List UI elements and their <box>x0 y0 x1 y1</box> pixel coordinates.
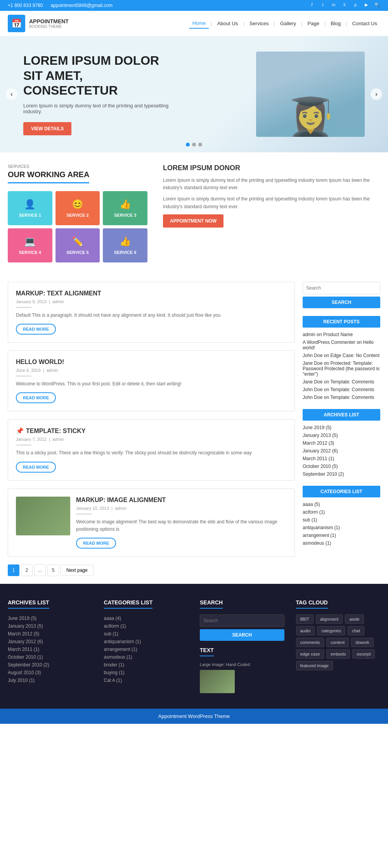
hero-dot-1[interactable] <box>186 143 190 147</box>
cat-aaaa[interactable]: aaaa (5) <box>303 500 380 508</box>
footer-search-button[interactable]: SEARCH <box>200 629 284 641</box>
page-btn-5[interactable]: 5 <box>47 564 59 576</box>
fw-archive-5[interactable]: March 2011 (1) <box>8 645 92 653</box>
tag-categories[interactable]: categories <box>317 626 345 635</box>
tag-chat[interactable]: chat <box>348 626 364 635</box>
logo[interactable]: 📅 APPOINTMENT BOOKING THEME <box>8 15 69 32</box>
archive-sep10[interactable]: September 2010 (2) <box>303 470 380 478</box>
service-card-3[interactable]: 👍 SERVICE 3 <box>103 191 147 225</box>
tag-aside[interactable]: aside <box>345 614 364 624</box>
fw-archive-7[interactable]: September 2010 (2) <box>8 661 92 669</box>
service-card-6[interactable]: 👍 SERVICE 6 <box>103 228 147 262</box>
archive-mar12[interactable]: March 2012 (3) <box>303 439 380 447</box>
cat-arrangement[interactable]: arrangement (1) <box>303 531 380 539</box>
tag-edge-case[interactable]: edge case <box>296 649 324 659</box>
post-title-3: 📌TEMPLATE: STICKY <box>16 427 287 435</box>
fw-archive-9[interactable]: July 2010 (1) <box>8 676 92 684</box>
service-card-5[interactable]: ✏️ SERVICE 5 <box>55 228 100 262</box>
fw-archive-2[interactable]: January 2013 (5) <box>8 622 92 630</box>
fw-archive-4[interactable]: January 2012 (6) <box>8 638 92 645</box>
hero-next-button[interactable]: › <box>371 88 382 100</box>
tag-featured-image[interactable]: featured image <box>296 661 333 670</box>
sidebar-search-input[interactable] <box>303 282 380 294</box>
nav-gallery[interactable]: Gallery <box>277 19 299 28</box>
fw-cat-asmodeus[interactable]: asmodeus (1) <box>104 653 189 661</box>
page-btn-2[interactable]: 2 <box>21 564 33 576</box>
hero-dot-2[interactable] <box>192 143 196 147</box>
service-card-1[interactable]: 👤 SERVICE 1 <box>8 191 52 225</box>
fw-archive-8[interactable]: August 2010 (3) <box>8 669 92 676</box>
tag-excerpt[interactable]: excerpt <box>352 649 375 659</box>
tag-content[interactable]: content <box>326 638 349 647</box>
cat-asmodeus[interactable]: asmodeus (1) <box>303 539 380 547</box>
fw-cat-broder[interactable]: broder (1) <box>104 661 189 669</box>
fw-cat-antiquarianism[interactable]: antiquarianism (1) <box>104 638 189 645</box>
services-cards: 👤 SERVICE 1 😊 SERVICE 2 👍 SERVICE 3 💻 SE… <box>8 191 147 262</box>
fw-archive-6[interactable]: October 2010 (1) <box>8 653 92 661</box>
read-more-button-2[interactable]: READ MORE <box>16 392 56 403</box>
facebook-icon[interactable]: f <box>309 2 315 9</box>
blog-post-1: MARKUP: TEXT ALIGNMENT January 9, 2013 |… <box>8 282 295 343</box>
archive-jun19[interactable]: June 2019 (5) <box>303 424 380 431</box>
nav-services[interactable]: Services <box>246 19 272 28</box>
tag-dowork[interactable]: dowork <box>351 638 373 647</box>
nav-page[interactable]: Page <box>305 19 322 28</box>
next-page-button[interactable]: Next page <box>61 565 94 576</box>
read-more-button-1[interactable]: READ MORE <box>16 324 56 335</box>
hero-prev-button[interactable]: ‹ <box>6 88 17 100</box>
pinterest-icon[interactable]: p <box>352 2 359 9</box>
read-more-button-4[interactable]: READ MORE <box>76 538 116 549</box>
cat-sub[interactable]: sub (1) <box>303 516 380 524</box>
linkedin-icon[interactable]: li <box>341 2 348 9</box>
fw-archive-1[interactable]: June 2019 (5) <box>8 614 92 622</box>
fw-cat-cata[interactable]: Cat A (1) <box>104 676 189 684</box>
recent-post-7[interactable]: John Doe on Template: Comments <box>303 393 380 401</box>
recent-post-6[interactable]: John Doe on Template: Comments <box>303 386 380 393</box>
read-more-button-3[interactable]: READ MORE <box>16 462 56 473</box>
recent-post-3[interactable]: John Doe on Edge Case: No Content <box>303 352 380 359</box>
search-icon[interactable]: 🔍 <box>374 2 380 9</box>
footer-archives-widget: ARCHIVES LIST June 2019 (5) January 2013… <box>8 599 92 693</box>
hero-dot-3[interactable] <box>198 143 202 147</box>
recent-post-1[interactable]: admin on Product Name <box>303 331 380 338</box>
instagram-icon[interactable]: in <box>331 2 337 9</box>
services-desc-p2: Lorem Ipsum is simply dummy text of the … <box>163 195 372 210</box>
nav-contact[interactable]: Contact Us <box>349 19 380 28</box>
appointment-button[interactable]: APPOINTMENT NOW <box>163 214 223 228</box>
recent-post-2[interactable]: A WordPress Commenter on Hello world! <box>303 338 380 352</box>
cat-aciform[interactable]: aciform (1) <box>303 508 380 516</box>
footer-search-input[interactable] <box>200 614 284 627</box>
fw-cat-arrangement[interactable]: arrangement (1) <box>104 645 189 653</box>
post-excerpt-1: Default This is a paragraph. It should n… <box>16 312 287 319</box>
youtube-icon[interactable]: ▶ <box>363 2 369 9</box>
tag-8bit[interactable]: 8BIT <box>296 614 314 624</box>
page-btn-1[interactable]: 1 <box>8 564 19 576</box>
cat-antiquarianism[interactable]: antiquarianism (1) <box>303 524 380 531</box>
footer-widgets: ARCHIVES LIST June 2019 (5) January 2013… <box>0 584 388 709</box>
nav-about[interactable]: About Us <box>214 19 241 28</box>
hero-cta-button[interactable]: VIEW DETAILS <box>23 122 71 135</box>
service-card-4[interactable]: 💻 SERVICE 4 <box>8 228 52 262</box>
service-card-2[interactable]: 😊 SERVICE 2 <box>55 191 100 225</box>
fw-cat-buying[interactable]: buying (1) <box>104 669 189 676</box>
fw-cat-aciform[interactable]: aciform (1) <box>104 622 189 630</box>
recent-post-4[interactable]: Jane Doe on Protected: Template: Passwor… <box>303 359 380 378</box>
archive-oct10[interactable]: October 2010 (5) <box>303 462 380 470</box>
tag-alignment[interactable]: alignment <box>316 614 343 624</box>
top-bar-contact: +1 800 833 9780 appointment5849@gmail.co… <box>8 3 113 8</box>
fw-archive-3[interactable]: March 2012 (5) <box>8 630 92 638</box>
fw-cat-sub[interactable]: sub (1) <box>104 630 189 638</box>
nav-home[interactable]: Home <box>189 18 209 29</box>
twitter-icon[interactable]: t <box>320 2 326 9</box>
archive-jan13[interactable]: January 2013 (5) <box>303 431 380 439</box>
fw-cat-aaaa[interactable]: aaaa (4) <box>104 614 189 622</box>
archive-mar11[interactable]: March 2011 (1) <box>303 455 380 462</box>
nav-blog[interactable]: Blog <box>327 19 344 28</box>
archive-jan12[interactable]: January 2012 (6) <box>303 447 380 455</box>
footer-text-image <box>200 670 235 693</box>
sidebar-search-button[interactable]: SEARCH <box>303 297 380 308</box>
tag-comments[interactable]: comments <box>296 638 324 647</box>
recent-post-5[interactable]: Jane Doe on Template: Comments <box>303 378 380 386</box>
tag-embeds[interactable]: embeds <box>326 649 350 659</box>
tag-audio[interactable]: audio <box>296 626 315 635</box>
